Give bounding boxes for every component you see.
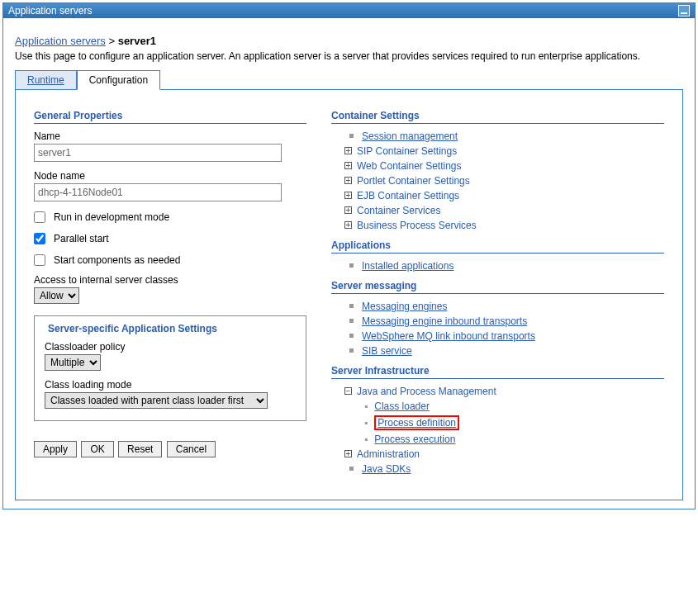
access-label: Access to internal server classes <box>34 274 306 286</box>
access-select[interactable]: Allow <box>34 287 79 304</box>
bullet-icon <box>349 304 354 308</box>
minimize-icon[interactable] <box>678 5 690 17</box>
tree-item-procexec: Process execution <box>364 434 664 445</box>
expand-icon[interactable]: + <box>344 450 352 457</box>
web-container-label[interactable]: Web Container Settings <box>357 160 462 172</box>
general-properties-heading: General Properties <box>34 110 306 124</box>
tree-item-procdef: Process definition <box>364 415 664 430</box>
tree-item-services: +Container Services <box>344 205 664 216</box>
dev-mode-label: Run in development mode <box>54 211 169 223</box>
server-specific-fieldset: Server-specific Application Settings Cla… <box>34 315 306 421</box>
sip-container-label[interactable]: SIP Container Settings <box>357 145 457 157</box>
button-row: Apply OK Reset Cancel <box>34 441 306 457</box>
tree-item-admin: +Administration <box>344 448 664 460</box>
node-name-input[interactable] <box>34 183 282 201</box>
tab-configuration[interactable]: Configuration <box>77 70 160 90</box>
breadcrumb-root-link[interactable]: Application servers <box>15 35 106 47</box>
name-input[interactable] <box>34 144 282 162</box>
java-process-mgmt-label[interactable]: Java and Process Management <box>357 386 496 397</box>
tree-item-ejb: +EJB Container Settings <box>344 190 664 201</box>
parallel-start-checkbox[interactable] <box>34 233 45 244</box>
reset-button[interactable]: Reset <box>118 441 162 457</box>
dev-mode-checkbox[interactable] <box>34 211 45 223</box>
server-infrastructure-heading: Server Infrastructure <box>331 365 664 379</box>
installed-applications-link[interactable]: Installed applications <box>362 260 453 272</box>
sib-service-link[interactable]: SIB service <box>362 345 412 357</box>
portlet-container-label[interactable]: Portlet Container Settings <box>357 175 470 187</box>
messaging-tree: Messaging engines Messaging engine inbou… <box>331 301 664 357</box>
classloading-mode-select[interactable]: Classes loaded with parent class loader … <box>45 392 268 409</box>
breadcrumb-sep: > <box>106 35 118 47</box>
tree-item-classloader: Class loader <box>364 400 664 412</box>
container-settings-heading: Container Settings <box>331 110 664 124</box>
tree-item-bps: +Business Process Services <box>344 220 664 231</box>
process-execution-link[interactable]: Process execution <box>374 434 455 445</box>
class-loader-link[interactable]: Class loader <box>374 400 430 412</box>
left-column: General Properties Name Node name Run in… <box>34 110 306 480</box>
tree-item-sib: SIB service <box>344 345 664 357</box>
websphere-mq-link[interactable]: WebSphere MQ link inbound transports <box>362 330 535 342</box>
bullet-icon <box>349 348 354 353</box>
window-titlebar: Application servers <box>3 3 695 18</box>
java-sdks-link[interactable]: Java SDKs <box>362 463 411 475</box>
highlight-box: Process definition <box>374 415 459 430</box>
tree-item-engines: Messaging engines <box>344 301 664 312</box>
bullet-icon <box>349 319 354 323</box>
window-frame: Application servers Application servers … <box>2 2 696 509</box>
server-messaging-heading: Server messaging <box>331 280 664 294</box>
applications-heading: Applications <box>331 239 664 254</box>
expand-icon[interactable]: + <box>344 147 352 154</box>
tab-runtime[interactable]: Runtime <box>15 70 77 89</box>
bullet-icon <box>349 134 354 138</box>
bullet-icon <box>349 263 354 268</box>
ok-button[interactable]: OK <box>81 441 113 457</box>
server-specific-legend: Server-specific Application Settings <box>45 323 221 334</box>
session-management-link[interactable]: Session management <box>362 130 458 142</box>
expand-icon[interactable]: + <box>344 206 352 214</box>
tree-item-jpm: −Java and Process Management Class loade… <box>344 386 664 445</box>
jpm-subtree: Class loader Process definition Process … <box>344 400 664 445</box>
breadcrumb-leaf: server1 <box>118 35 156 47</box>
expand-icon[interactable]: + <box>344 221 352 229</box>
bullet-icon <box>349 334 354 338</box>
messaging-inbound-link[interactable]: Messaging engine inbound transports <box>362 315 527 327</box>
bps-label[interactable]: Business Process Services <box>357 220 477 231</box>
tree-item-portlet: +Portlet Container Settings <box>344 175 664 187</box>
page-description: Use this page to configure an applicatio… <box>15 50 683 62</box>
breadcrumb: Application servers > server1 <box>15 35 683 47</box>
classloading-mode-label: Class loading mode <box>45 379 296 391</box>
start-components-checkbox[interactable] <box>34 254 45 266</box>
tree-item-session: Session management <box>344 130 664 142</box>
config-panel: General Properties Name Node name Run in… <box>15 90 683 500</box>
expand-icon[interactable]: + <box>344 192 352 199</box>
tree-item-inbound: Messaging engine inbound transports <box>344 315 664 327</box>
tree-item-web: +Web Container Settings <box>344 160 664 172</box>
expand-icon[interactable]: + <box>344 162 352 169</box>
expand-icon[interactable]: + <box>344 177 352 184</box>
bullet-icon <box>349 467 354 471</box>
tree-item-sip: +SIP Container Settings <box>344 145 664 157</box>
tabstrip: Runtime Configuration <box>15 70 683 90</box>
ejb-container-label[interactable]: EJB Container Settings <box>357 190 459 201</box>
apply-button[interactable]: Apply <box>34 441 77 457</box>
tree-item-sdks: Java SDKs <box>344 463 664 475</box>
window-title: Application servers <box>8 5 92 17</box>
applications-tree: Installed applications <box>331 260 664 272</box>
messaging-engines-link[interactable]: Messaging engines <box>362 301 447 312</box>
process-definition-link[interactable]: Process definition <box>377 417 456 429</box>
container-services-label[interactable]: Container Services <box>357 205 440 216</box>
parallel-start-label: Parallel start <box>54 233 109 244</box>
tree-item-mq: WebSphere MQ link inbound transports <box>344 330 664 342</box>
classloader-policy-select[interactable]: Multiple <box>45 354 101 371</box>
classloader-policy-label: Classloader policy <box>45 341 296 353</box>
node-name-label: Node name <box>34 170 306 182</box>
container-settings-tree: Session management +SIP Container Settin… <box>331 130 664 231</box>
cancel-button[interactable]: Cancel <box>167 441 216 457</box>
tree-item-installed: Installed applications <box>344 260 664 272</box>
right-column: Container Settings Session management +S… <box>331 110 664 480</box>
page-content: Application servers > server1 Use this p… <box>3 18 695 509</box>
start-components-label: Start components as needed <box>54 254 180 266</box>
collapse-icon[interactable]: − <box>344 387 352 395</box>
administration-label[interactable]: Administration <box>357 448 420 460</box>
name-label: Name <box>34 130 306 142</box>
